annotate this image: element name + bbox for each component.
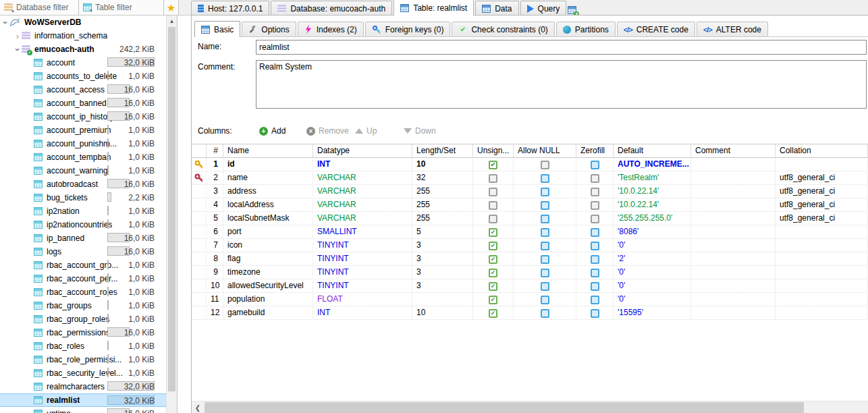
- tree-item-account[interactable]: account32,0 KiB: [0, 56, 167, 70]
- table-filter-input[interactable]: Table filter: [79, 0, 164, 15]
- column-name-cell[interactable]: allowedSecurityLevel: [223, 279, 313, 293]
- unsigned-checkbox[interactable]: [489, 174, 497, 183]
- column-name-cell[interactable]: gamebuild: [223, 306, 313, 320]
- allow-null-checkbox[interactable]: [541, 161, 549, 169]
- tree-item-account-premium[interactable]: account_premium1,0 KiB: [0, 123, 167, 137]
- column-row-localSubnetMask[interactable]: 5localSubnetMaskVARCHAR255'255.255.255.0…: [192, 212, 868, 225]
- column-row-gamebuild[interactable]: 12gamebuildINT10✔'15595': [192, 306, 868, 320]
- column-comment-cell[interactable]: [691, 279, 776, 293]
- column-datatype-cell[interactable]: VARCHAR: [313, 212, 412, 225]
- column-collation-cell[interactable]: [776, 306, 868, 320]
- column-comment-cell[interactable]: [691, 293, 776, 306]
- add-column-button[interactable]: + Add: [259, 126, 286, 136]
- unsigned-checkbox[interactable]: [489, 188, 497, 196]
- column-datatype-cell[interactable]: INT: [313, 306, 412, 320]
- column-default-cell[interactable]: '10.0.22.14': [614, 185, 691, 198]
- column-length-cell[interactable]: 10: [412, 158, 473, 171]
- tree-item-realmlist[interactable]: realmlist32,0 KiB: [0, 393, 167, 407]
- column-default-cell[interactable]: 'TestRealm': [614, 171, 691, 185]
- unsigned-checkbox[interactable]: ✔: [489, 161, 497, 169]
- zerofill-checkbox[interactable]: [591, 161, 599, 169]
- remove-column-button[interactable]: × Remove: [306, 126, 349, 136]
- tree-item-emucoach-auth[interactable]: ›emucoach-auth242,2 KiB: [0, 43, 167, 56]
- column-datatype-cell[interactable]: TINYINT: [313, 266, 412, 279]
- column-collation-cell[interactable]: utf8_general_ci: [776, 171, 868, 185]
- favorites-toggle[interactable]: ★: [164, 0, 179, 15]
- unsigned-checkbox[interactable]: ✔: [489, 228, 497, 237]
- window-tab-query[interactable]: Query: [520, 1, 567, 16]
- tab-options[interactable]: Options: [242, 22, 296, 36]
- tree-item-realmcharacters[interactable]: realmcharacters32,0 KiB: [0, 380, 167, 393]
- zerofill-checkbox[interactable]: [591, 242, 599, 250]
- column-row-port[interactable]: 6portSMALLINT5✔'8086': [192, 225, 868, 239]
- allow-null-checkbox[interactable]: [541, 255, 549, 264]
- scroll-left-icon[interactable]: ❮: [192, 402, 204, 413]
- column-comment-cell[interactable]: [691, 306, 776, 320]
- grid-header--[interactable]: #: [207, 144, 223, 158]
- column-collation-cell[interactable]: utf8_general_ci: [776, 198, 868, 212]
- tree-item-account-ip-history[interactable]: account_ip_history16,0 KiB: [0, 110, 167, 123]
- column-default-cell[interactable]: '255.255.255.0': [614, 212, 691, 225]
- column-default-cell[interactable]: '2': [614, 252, 691, 266]
- column-length-cell[interactable]: [412, 293, 473, 306]
- table-comment-input[interactable]: Realm System: [256, 60, 867, 109]
- column-row-allowedSecurityLevel[interactable]: 10allowedSecurityLevelTINYINT3✔'0': [192, 279, 868, 293]
- column-datatype-cell[interactable]: VARCHAR: [313, 185, 412, 198]
- column-row-timezone[interactable]: 9timezoneTINYINT3✔'0': [192, 266, 868, 279]
- tree-item-rbac-role-permissi-[interactable]: rbac_role_permissi...1,0 KiB: [0, 353, 167, 366]
- window-tab-data[interactable]: Data: [475, 1, 518, 16]
- column-length-cell[interactable]: 255: [412, 212, 473, 225]
- column-name-cell[interactable]: flag: [223, 252, 313, 266]
- column-datatype-cell[interactable]: SMALLINT: [313, 225, 412, 239]
- tab-indexes-2-[interactable]: Indexes (2): [298, 22, 364, 36]
- tree-item-WoWServerDB[interactable]: ›WoWServerDB: [0, 16, 167, 29]
- tree-scrollbar[interactable]: ▲: [166, 16, 177, 413]
- grid-header-unsign-[interactable]: Unsign...: [473, 144, 514, 158]
- move-down-button[interactable]: Down: [404, 126, 436, 136]
- collapse-chevron-icon[interactable]: ›: [1, 18, 11, 26]
- table-name-input[interactable]: realmlist: [256, 40, 867, 55]
- zerofill-checkbox[interactable]: [591, 255, 599, 264]
- column-comment-cell[interactable]: [691, 185, 776, 198]
- column-name-cell[interactable]: population: [223, 293, 313, 306]
- column-comment-cell[interactable]: [691, 252, 776, 266]
- new-query-tab-icon[interactable]: [568, 6, 578, 16]
- column-default-cell[interactable]: AUTO_INCREME...: [614, 158, 691, 171]
- column-default-cell[interactable]: '0': [614, 266, 691, 279]
- unsigned-checkbox[interactable]: ✔: [489, 309, 497, 318]
- column-length-cell[interactable]: 3: [412, 266, 473, 279]
- window-tab-table-realmlist[interactable]: Table: realmlist: [394, 0, 474, 16]
- column-collation-cell[interactable]: utf8_general_ci: [776, 185, 868, 198]
- column-default-cell[interactable]: '10.0.22.14': [614, 198, 691, 212]
- allow-null-checkbox[interactable]: [541, 282, 549, 291]
- unsigned-checkbox[interactable]: ✔: [489, 269, 497, 277]
- column-length-cell[interactable]: 255: [412, 185, 473, 198]
- tree-item-uptime[interactable]: uptime16,0 KiB: [0, 407, 167, 413]
- unsigned-checkbox[interactable]: ✔: [489, 296, 497, 304]
- grid-header-datatype[interactable]: Datatype: [313, 144, 412, 158]
- column-collation-cell[interactable]: [776, 266, 868, 279]
- unsigned-checkbox[interactable]: [489, 201, 497, 210]
- grid-header-zerofill[interactable]: Zerofill: [576, 144, 614, 158]
- tree-scrollbar-thumb[interactable]: [168, 27, 175, 391]
- tree-item-information-schema[interactable]: ›information_schema: [0, 29, 167, 43]
- tree-item-ip2nationcountries[interactable]: ip2nationcountries1,0 KiB: [0, 218, 167, 231]
- column-collation-cell[interactable]: utf8_general_ci: [776, 212, 868, 225]
- column-length-cell[interactable]: 10: [412, 306, 473, 320]
- column-datatype-cell[interactable]: FLOAT: [313, 293, 412, 306]
- column-datatype-cell[interactable]: TINYINT: [313, 279, 412, 293]
- column-length-cell[interactable]: 32: [412, 171, 473, 185]
- unsigned-checkbox[interactable]: [489, 215, 497, 223]
- column-default-cell[interactable]: '0': [614, 239, 691, 252]
- column-name-cell[interactable]: address: [223, 185, 313, 198]
- column-row-name[interactable]: 2nameVARCHAR32'TestRealm'utf8_general_ci: [192, 171, 868, 185]
- column-comment-cell[interactable]: [691, 266, 776, 279]
- grid-header-length-set[interactable]: Length/Set: [412, 144, 473, 158]
- tree-item-accounts-to-delete[interactable]: accounts_to_delete1,0 KiB: [0, 70, 167, 83]
- column-default-cell[interactable]: '0': [614, 279, 691, 293]
- grid-header-default[interactable]: Default: [614, 144, 691, 158]
- zerofill-checkbox[interactable]: [591, 215, 599, 223]
- column-collation-cell[interactable]: [776, 279, 868, 293]
- column-name-cell[interactable]: icon: [223, 239, 313, 252]
- column-collation-cell[interactable]: [776, 158, 868, 171]
